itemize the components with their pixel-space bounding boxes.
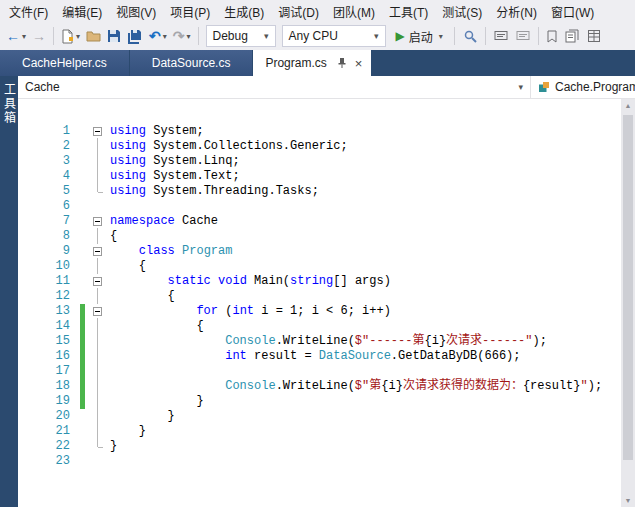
- line-number: 12: [18, 289, 78, 304]
- code-line[interactable]: 22}: [18, 439, 635, 454]
- vertical-scrollbar[interactable]: ▲ ▼: [621, 99, 635, 507]
- code-line[interactable]: 18 Console.WriteLine($"第{i}次请求获得的数据为：{re…: [18, 379, 635, 394]
- redo-history-caret-icon[interactable]: ▾: [187, 32, 191, 41]
- code-line[interactable]: 15 Console.WriteLine($"------第{i}次请求----…: [18, 334, 635, 349]
- fold-margin: [88, 259, 108, 274]
- code-text: static void Main(string[] args): [108, 274, 635, 289]
- code-line[interactable]: 5using System.Threading.Tasks;: [18, 184, 635, 199]
- fold-collapse-button[interactable]: [88, 244, 108, 259]
- code-line[interactable]: 2using System.Collections.Generic;: [18, 139, 635, 154]
- navigate-forward-button[interactable]: →: [29, 24, 49, 48]
- code-line[interactable]: 14 {: [18, 319, 635, 334]
- document-tab-bar: CacheHelper.cs DataSource.cs Program.cs …: [0, 50, 635, 76]
- start-debug-button[interactable]: ▶ 启动 ▾: [393, 24, 446, 48]
- line-number: 23: [18, 454, 78, 469]
- scroll-down-icon[interactable]: ▼: [621, 494, 635, 507]
- save-all-button[interactable]: [124, 24, 146, 48]
- comment-button[interactable]: [490, 24, 512, 48]
- change-indicator: [78, 349, 88, 364]
- code-line[interactable]: 12 {: [18, 289, 635, 304]
- uncomment-button[interactable]: [512, 24, 534, 48]
- code-text: }: [108, 439, 635, 454]
- code-line[interactable]: 6: [18, 199, 635, 214]
- menu-build[interactable]: 生成(B): [217, 0, 271, 22]
- code-line[interactable]: 7namespace Cache: [18, 214, 635, 229]
- pin-tab-icon[interactable]: [337, 57, 347, 69]
- tab-datasource[interactable]: DataSource.cs: [130, 50, 253, 76]
- line-number: 7: [18, 214, 78, 229]
- fold-collapse-button[interactable]: [88, 214, 108, 229]
- change-indicator: [78, 184, 88, 199]
- tab-program[interactable]: Program.cs ×: [253, 50, 371, 76]
- tab-cachehelper[interactable]: CacheHelper.cs: [0, 50, 129, 76]
- find-in-files-button[interactable]: [459, 24, 481, 48]
- new-file-button[interactable]: ▾: [58, 24, 83, 48]
- code-line[interactable]: 17: [18, 364, 635, 379]
- type-member-dropdown[interactable]: Cache.Program: [531, 76, 635, 98]
- fold-collapse-button[interactable]: [88, 124, 108, 139]
- line-number: 6: [18, 199, 78, 214]
- solution-explorer-button[interactable]: [561, 24, 583, 48]
- navigate-back-button[interactable]: ← ▾: [3, 24, 29, 48]
- undo-history-caret-icon[interactable]: ▾: [163, 32, 167, 41]
- code-text: {: [108, 229, 635, 244]
- project-dropdown[interactable]: Cache ▾: [18, 76, 531, 98]
- menu-debug[interactable]: 调试(D): [271, 0, 326, 22]
- menu-window[interactable]: 窗口(W): [544, 0, 601, 22]
- new-file-caret-icon[interactable]: ▾: [76, 32, 80, 41]
- change-indicator: [78, 274, 88, 289]
- start-options-caret-icon[interactable]: ▾: [439, 32, 443, 41]
- properties-window-button[interactable]: [583, 24, 605, 48]
- code-line[interactable]: 1using System;: [18, 124, 635, 139]
- code-line[interactable]: 13 for (int i = 1; i < 6; i++): [18, 304, 635, 319]
- line-number: 1: [18, 124, 78, 139]
- menu-view[interactable]: 视图(V): [109, 0, 163, 22]
- code-line[interactable]: 4using System.Text;: [18, 169, 635, 184]
- code-line[interactable]: 8{: [18, 229, 635, 244]
- toolbox-tab[interactable]: 工具箱: [1, 76, 18, 125]
- editor-pane: Cache ▾ Cache.Program 1using System;2usi…: [18, 76, 635, 507]
- platform-dropdown[interactable]: Any CPU ▾: [282, 25, 386, 47]
- open-file-button[interactable]: [83, 24, 104, 48]
- code-line[interactable]: 21 }: [18, 424, 635, 439]
- solution-config-dropdown[interactable]: Debug ▾: [206, 25, 276, 47]
- undo-button[interactable]: ↶ ▾: [146, 24, 170, 48]
- tab-label: Program.cs: [265, 56, 326, 70]
- standard-toolbar: ← ▾ → ▾ ↶ ▾ ↷ ▾ Debug ▾: [0, 22, 635, 50]
- save-button[interactable]: [104, 24, 124, 48]
- comment-icon: [494, 29, 508, 43]
- menu-team[interactable]: 团队(M): [326, 0, 382, 22]
- code-line[interactable]: 20 }: [18, 409, 635, 424]
- code-text: }: [108, 409, 635, 424]
- back-history-caret-icon[interactable]: ▾: [22, 32, 26, 41]
- redo-button[interactable]: ↷ ▾: [170, 24, 194, 48]
- line-number: 17: [18, 364, 78, 379]
- line-number: 11: [18, 274, 78, 289]
- menu-analyze[interactable]: 分析(N): [489, 0, 544, 22]
- toggle-bookmark-button[interactable]: [543, 24, 561, 48]
- scroll-up-icon[interactable]: ▲: [621, 99, 635, 112]
- close-tab-icon[interactable]: ×: [355, 57, 363, 70]
- visual-studio-window: 文件(F) 编辑(E) 视图(V) 项目(P) 生成(B) 调试(D) 团队(M…: [0, 0, 635, 507]
- code-line[interactable]: 23: [18, 454, 635, 469]
- fold-collapse-button[interactable]: [88, 274, 108, 289]
- menu-test[interactable]: 测试(S): [435, 0, 489, 22]
- menu-file[interactable]: 文件(F): [2, 0, 55, 22]
- code-line[interactable]: 3using System.Linq;: [18, 154, 635, 169]
- code-editor[interactable]: 1using System;2using System.Collections.…: [18, 99, 635, 507]
- code-line[interactable]: 19 }: [18, 394, 635, 409]
- change-indicator: [78, 394, 88, 409]
- fold-collapse-button[interactable]: [88, 304, 108, 319]
- line-number: 4: [18, 169, 78, 184]
- menu-edit[interactable]: 编辑(E): [55, 0, 109, 22]
- fold-margin: [88, 229, 108, 244]
- code-line[interactable]: 16 int result = DataSource.GetDataByDB(6…: [18, 349, 635, 364]
- scrollbar-thumb[interactable]: [623, 115, 633, 460]
- line-number: 15: [18, 334, 78, 349]
- code-line[interactable]: 9 class Program: [18, 244, 635, 259]
- menu-project[interactable]: 项目(P): [163, 0, 217, 22]
- code-line[interactable]: 11 static void Main(string[] args): [18, 274, 635, 289]
- change-indicator: [78, 259, 88, 274]
- code-line[interactable]: 10 {: [18, 259, 635, 274]
- menu-tools[interactable]: 工具(T): [382, 0, 435, 22]
